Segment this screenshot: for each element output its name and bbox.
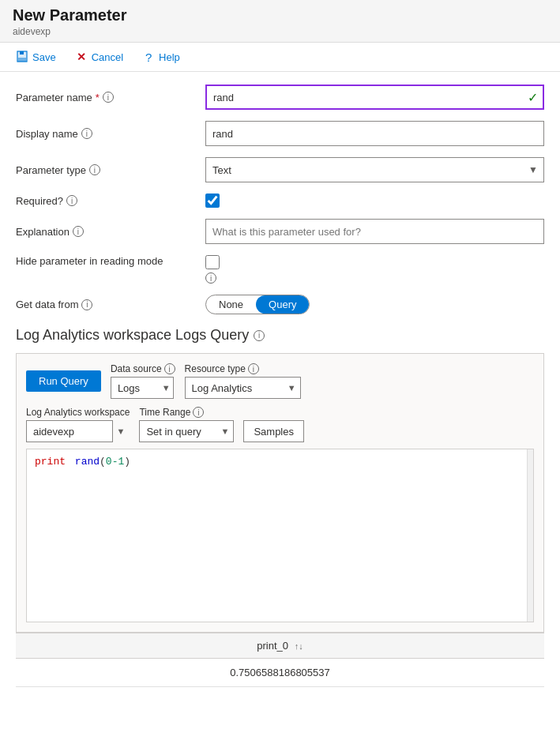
data-source-info-icon[interactable]: i: [164, 363, 175, 374]
get-data-label: Get data from i: [16, 299, 205, 310]
workspace-chevron-icon: ▼: [117, 426, 126, 436]
param-name-info-icon[interactable]: i: [103, 92, 114, 103]
display-name-input[interactable]: [205, 121, 544, 146]
help-button[interactable]: ? Help: [139, 49, 183, 65]
toolbar: Save ✕ Cancel ? Help: [0, 43, 560, 72]
query-controls-row: Run Query Data source i Logs Metrics ▼ R…: [26, 363, 534, 399]
code-number: 0-1: [106, 456, 124, 468]
get-data-row: Get data from i None Query: [16, 295, 544, 314]
resource-type-select-wrapper: Log Analytics Application Insights ▼: [185, 377, 301, 399]
data-source-label: Data source i: [111, 363, 175, 374]
svg-rect-2: [20, 51, 24, 54]
resource-type-info-icon[interactable]: i: [248, 363, 259, 374]
subtitle: aidevexp: [13, 26, 547, 37]
get-data-info-icon[interactable]: i: [81, 299, 92, 310]
query-box: Run Query Data source i Logs Metrics ▼ R…: [16, 353, 544, 633]
explanation-label: Explanation i: [16, 226, 205, 238]
help-icon: ?: [142, 51, 155, 63]
help-label: Help: [159, 51, 180, 63]
hide-param-row: Hide parameter in reading mode i: [16, 255, 544, 284]
param-name-label: Parameter name * i: [16, 92, 205, 103]
explanation-info-icon[interactable]: i: [73, 226, 84, 237]
time-range-label: Time Range i: [139, 407, 234, 418]
editor-scrollbar[interactable]: [527, 449, 533, 622]
section-title: Log Analytics workspace Logs Query i: [16, 327, 544, 344]
results-value: 0.7506588186805537: [16, 659, 544, 687]
hide-param-label: Hide parameter in reading mode: [16, 255, 205, 267]
none-toggle-button[interactable]: None: [206, 295, 256, 314]
workspace-group: Log Analytics workspace aidevexp ▼: [26, 407, 130, 442]
required-checkbox[interactable]: [205, 194, 220, 208]
code-keyword: print: [35, 456, 66, 468]
hide-param-checkbox-area: i: [205, 255, 220, 284]
results-header-bar: print_0 ↑↓: [16, 633, 544, 659]
param-type-select-wrapper: Text Integer Float Date/Time Resource ty…: [205, 157, 544, 182]
display-name-info-icon[interactable]: i: [81, 128, 92, 139]
required-label: Required? i: [16, 195, 205, 207]
param-type-info-icon[interactable]: i: [89, 164, 100, 175]
explanation-input[interactable]: [205, 219, 544, 244]
time-range-select[interactable]: Set in query Last 24 hours Last 7 days: [139, 420, 234, 442]
param-name-row: Parameter name * i ✓: [16, 85, 544, 110]
data-source-select-wrapper: Logs Metrics ▼: [111, 377, 175, 399]
param-type-label: Parameter type i: [16, 164, 205, 176]
cancel-button[interactable]: ✕ Cancel: [72, 49, 126, 65]
param-type-row: Parameter type i Text Integer Float Date…: [16, 157, 544, 182]
explanation-row: Explanation i: [16, 219, 544, 244]
time-range-info-icon[interactable]: i: [193, 407, 204, 418]
code-editor[interactable]: print rand ( 0-1 ): [26, 449, 534, 622]
data-source-group: Data source i Logs Metrics ▼: [111, 363, 175, 399]
resource-type-group: Resource type i Log Analytics Applicatio…: [185, 363, 301, 399]
workspace-label: Log Analytics workspace: [26, 407, 130, 418]
save-icon: [16, 51, 28, 63]
valid-check-icon: ✓: [528, 90, 538, 105]
resource-type-select[interactable]: Log Analytics Application Insights: [185, 377, 301, 399]
form-content: Parameter name * i ✓ Display name i Para…: [0, 72, 560, 700]
results-column-header: print_0 ↑↓: [257, 640, 303, 652]
param-type-select[interactable]: Text Integer Float Date/Time Resource ty…: [205, 157, 544, 182]
code-paren-close: ): [124, 456, 130, 468]
hide-param-checkbox[interactable]: [205, 255, 220, 269]
data-source-select[interactable]: Logs Metrics: [111, 377, 174, 399]
cancel-icon: ✕: [75, 51, 88, 63]
sort-arrows-icon[interactable]: ↑↓: [295, 641, 303, 651]
top-bar: New Parameter aidevexp: [0, 0, 560, 43]
time-range-select-wrapper: Set in query Last 24 hours Last 7 days ▼: [139, 420, 234, 442]
hide-param-info-icon[interactable]: i: [205, 272, 216, 284]
code-line: print rand ( 0-1 ): [35, 456, 525, 468]
param-name-input[interactable]: [205, 85, 544, 110]
page-title: New Parameter: [13, 6, 547, 24]
query-toggle-button[interactable]: Query: [256, 295, 309, 314]
required-info-icon[interactable]: i: [66, 195, 77, 206]
cancel-label: Cancel: [92, 51, 123, 63]
display-name-row: Display name i: [16, 121, 544, 146]
run-query-button[interactable]: Run Query: [26, 370, 101, 392]
required-row: Required? i: [16, 194, 544, 208]
query-row2: Log Analytics workspace aidevexp ▼ Time …: [26, 407, 534, 442]
get-data-toggle-group: None Query: [205, 295, 310, 314]
workspace-select-wrapper: aidevexp ▼: [26, 420, 130, 442]
save-label: Save: [32, 51, 56, 63]
resource-type-label: Resource type i: [185, 363, 301, 374]
svg-rect-3: [18, 58, 26, 62]
time-range-group: Time Range i Set in query Last 24 hours …: [139, 407, 234, 442]
section-title-info-icon[interactable]: i: [254, 330, 265, 341]
required-star: *: [96, 92, 100, 103]
code-space: [69, 456, 75, 468]
code-function: rand: [75, 456, 100, 468]
results-section: print_0 ↑↓ 0.7506588186805537: [16, 633, 544, 687]
display-name-label: Display name i: [16, 128, 205, 140]
samples-button[interactable]: Samples: [243, 420, 304, 442]
param-name-input-wrapper: ✓: [205, 85, 544, 110]
code-paren-open: (: [100, 456, 106, 468]
save-button[interactable]: Save: [13, 49, 59, 65]
workspace-select[interactable]: aidevexp: [26, 420, 113, 442]
